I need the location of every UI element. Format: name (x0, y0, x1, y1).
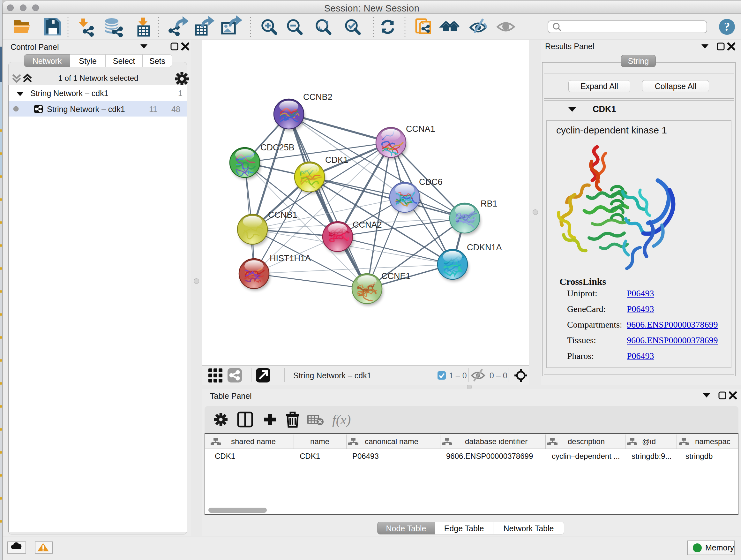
svg-text:CDKN1A: CDKN1A (467, 243, 502, 252)
svg-text:String Network – cdk1: String Network – cdk1 (293, 371, 372, 380)
svg-text:shared name: shared name (231, 437, 276, 446)
svg-text:CDK1: CDK1 (325, 155, 348, 165)
svg-text:CDC6: CDC6 (419, 177, 443, 187)
svg-text:?: ? (724, 20, 730, 33)
svg-text:CDK1: CDK1 (300, 452, 320, 460)
svg-text:f(x): f(x) (332, 413, 351, 428)
svg-text:database identifier: database identifier (465, 437, 528, 446)
svg-text:1 – 0: 1 – 0 (449, 371, 467, 380)
svg-text:HIST1H1A: HIST1H1A (270, 253, 311, 263)
svg-text:canonical name: canonical name (365, 437, 418, 446)
svg-text:CDK1: CDK1 (215, 452, 235, 460)
svg-text:CCNB2: CCNB2 (303, 92, 333, 102)
svg-text:CCNA1: CCNA1 (406, 124, 435, 134)
svg-text:stringdb: stringdb (685, 452, 713, 460)
svg-text:CCNE1: CCNE1 (381, 271, 411, 281)
svg-text:0 – 0: 0 – 0 (489, 371, 508, 380)
svg-text:description: description (568, 437, 605, 446)
svg-text:@id: @id (642, 437, 656, 446)
svg-text:P06493: P06493 (352, 452, 379, 460)
svg-text:cyclin–dependent ...: cyclin–dependent ... (552, 452, 620, 460)
svg-text:name: name (310, 437, 329, 446)
svg-text:CCNA2: CCNA2 (353, 220, 382, 230)
svg-text:stringdb:9...: stringdb:9... (631, 452, 671, 460)
svg-text:9606.ENSP00000378699: 9606.ENSP00000378699 (446, 452, 533, 460)
svg-text:namespac: namespac (695, 437, 731, 446)
svg-text:RB1: RB1 (481, 199, 497, 208)
svg-text:CCNB1: CCNB1 (268, 210, 297, 220)
svg-text:CDC25B: CDC25B (260, 143, 294, 152)
